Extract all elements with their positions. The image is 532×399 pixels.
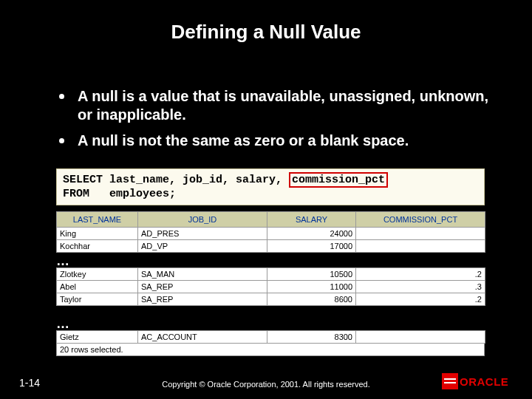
table-row: Taylor SA_REP 8600 .2 (57, 293, 485, 306)
bullet-text: A null is not the same as zero or a blan… (78, 132, 409, 150)
table-row: Abel SA_REP 11000 .3 (57, 281, 485, 293)
ellipsis: … (56, 253, 69, 269)
table-row: Gietz AC_ACCOUNT 8300 (57, 331, 485, 344)
cell: SA_MAN (138, 268, 267, 281)
slide: Defining a Null Value A null is a value … (0, 0, 532, 399)
oracle-logo: ORACLE (442, 372, 516, 390)
cell: SA_REP (138, 281, 267, 293)
bullet-list: A null is a value that is unavailable, u… (59, 87, 495, 157)
col-header: SALARY (267, 212, 356, 228)
bullet-dot-icon (59, 94, 64, 99)
cell: SA_REP (138, 293, 267, 306)
cell: 17000 (267, 240, 356, 253)
ellipsis: … (56, 316, 69, 332)
result-table: LAST_NAME JOB_ID SALARY COMMISSION_PCT K… (56, 211, 485, 253)
cell: 8300 (267, 331, 356, 344)
bullet-text: A null is a value that is unavailable, u… (78, 87, 495, 124)
table-row: Kochhar AD_VP 17000 (57, 240, 485, 253)
cell (356, 228, 485, 240)
col-header: COMMISSION_PCT (356, 212, 485, 228)
cell: .2 (356, 293, 485, 306)
slide-title: Defining a Null Value (0, 21, 532, 44)
cell: AD_VP (138, 240, 267, 253)
cell: 24000 (267, 228, 356, 240)
cell: AD_PRES (138, 228, 267, 240)
cell: Taylor (57, 293, 138, 306)
cell: Gietz (57, 331, 138, 344)
cell: 8600 (267, 293, 356, 306)
highlighted-column: commission_pct (289, 172, 388, 188)
code-line: SELECT last_name, job_id, salary, commis… (63, 172, 478, 188)
table-row: King AD_PRES 24000 (57, 228, 485, 240)
sql-code-box: SELECT last_name, job_id, salary, commis… (56, 168, 485, 205)
code-text: SELECT last_name, job_id, salary, (63, 174, 289, 186)
cell: AC_ACCOUNT (138, 331, 267, 344)
col-header: LAST_NAME (57, 212, 138, 228)
result-table-block-1: LAST_NAME JOB_ID SALARY COMMISSION_PCT K… (56, 211, 485, 253)
table-header-row: LAST_NAME JOB_ID SALARY COMMISSION_PCT (57, 212, 485, 228)
oracle-logo-icon (442, 373, 458, 389)
cell (356, 331, 485, 344)
col-header: JOB_ID (138, 212, 267, 228)
footer: 1-14 Copyright © Oracle Corporation, 200… (0, 374, 532, 392)
table-row: Zlotkey SA_MAN 10500 .2 (57, 268, 485, 281)
rows-selected-status: 20 rows selected. (56, 344, 485, 356)
cell: King (57, 228, 138, 240)
result-table-block-2: Zlotkey SA_MAN 10500 .2 Abel SA_REP 1100… (56, 267, 485, 306)
cell: .3 (356, 281, 485, 293)
cell: Kochhar (57, 240, 138, 253)
bullet-dot-icon (59, 138, 64, 143)
code-line: FROM employees; (63, 188, 478, 200)
result-table-block-3: Gietz AC_ACCOUNT 8300 20 rows selected. (56, 330, 485, 356)
bullet-item: A null is a value that is unavailable, u… (59, 87, 495, 124)
cell: 11000 (267, 281, 356, 293)
result-table: Gietz AC_ACCOUNT 8300 (56, 330, 485, 344)
result-table: Zlotkey SA_MAN 10500 .2 Abel SA_REP 1100… (56, 267, 485, 306)
bullet-item: A null is not the same as zero or a blan… (59, 132, 495, 150)
cell: Abel (57, 281, 138, 293)
oracle-logo-word: ORACLE (460, 375, 508, 388)
cell: Zlotkey (57, 268, 138, 281)
cell: 10500 (267, 268, 356, 281)
cell (356, 240, 485, 253)
cell: .2 (356, 268, 485, 281)
